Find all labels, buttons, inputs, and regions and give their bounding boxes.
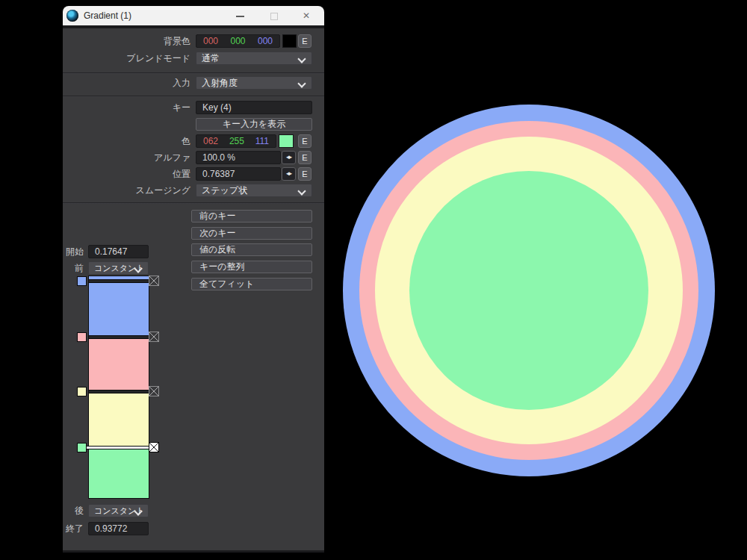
bg-color-r-value[interactable]: 000 bbox=[203, 36, 218, 46]
separator bbox=[63, 72, 324, 74]
gradient-key-delete-icon-key-green[interactable] bbox=[149, 442, 159, 452]
pre-behavior-label: 前 bbox=[63, 261, 84, 275]
desktop-background: Gradient (1) 背景色 000 000 000 E ブレンドモード 通… bbox=[0, 0, 747, 560]
smoothing-label: スムージング bbox=[78, 184, 190, 197]
maximize-button[interactable] bbox=[262, 6, 285, 25]
gradient-key-delete-icon-key-yellow[interactable] bbox=[149, 386, 159, 396]
gradient-block-key-blue bbox=[89, 276, 149, 337]
blend-mode-label: ブレンドモード bbox=[78, 52, 190, 65]
window-bottom-edge bbox=[63, 550, 324, 553]
end-field[interactable]: 0.93772 bbox=[88, 522, 149, 535]
key-color-envelope-button[interactable]: E bbox=[298, 134, 311, 148]
gradient-key-line-key-green-selected[interactable] bbox=[86, 446, 149, 449]
show-key-input-button[interactable]: キー入力を表示 bbox=[196, 118, 312, 131]
maximize-icon bbox=[270, 13, 278, 20]
input-value: 入射角度 bbox=[202, 78, 238, 88]
blend-mode-value: 通常 bbox=[202, 53, 220, 63]
alpha-field[interactable]: 100.0 % bbox=[196, 151, 281, 164]
chevron-down-icon bbox=[297, 187, 306, 195]
alpha-label: アルファ bbox=[78, 151, 190, 164]
color-label: 色 bbox=[78, 134, 190, 148]
gradient-key-line-key-blue[interactable] bbox=[89, 279, 149, 283]
previous-key-button[interactable]: 前のキー bbox=[191, 210, 312, 223]
app-icon bbox=[66, 10, 78, 22]
gradient-strip[interactable] bbox=[88, 276, 149, 499]
input-dropdown[interactable]: 入射角度 bbox=[196, 76, 312, 90]
invert-values-button[interactable]: 値の反転 bbox=[191, 243, 312, 256]
key-label: キー bbox=[78, 101, 190, 114]
position-field[interactable]: 0.76387 bbox=[196, 167, 281, 181]
gradient-key-swatch-key-blue[interactable] bbox=[77, 276, 87, 286]
blend-mode-dropdown[interactable]: 通常 bbox=[196, 52, 312, 65]
key-color-rgb-field[interactable]: 062 255 111 bbox=[196, 134, 276, 148]
post-behavior-label: 後 bbox=[63, 504, 84, 517]
post-behavior-dropdown[interactable]: コンスタント bbox=[88, 504, 149, 517]
start-field[interactable]: 0.17647 bbox=[88, 245, 149, 258]
key-color-swatch[interactable] bbox=[279, 134, 294, 148]
gradient-key-line-key-yellow[interactable] bbox=[89, 390, 149, 393]
gradient-block-key-pink bbox=[89, 337, 149, 391]
bg-color-label: 背景色 bbox=[78, 34, 190, 48]
bg-color-b-value[interactable]: 000 bbox=[258, 36, 273, 46]
gradient-key-swatch-key-green[interactable] bbox=[77, 443, 87, 452]
bg-color-g-value[interactable]: 000 bbox=[230, 36, 245, 46]
gradient-key-swatch-key-yellow[interactable] bbox=[77, 387, 87, 396]
minimize-button[interactable] bbox=[229, 6, 251, 25]
key-name-field[interactable]: Key (4) bbox=[196, 101, 312, 114]
gradient-key-delete-icon-key-pink[interactable] bbox=[149, 332, 159, 342]
close-button[interactable] bbox=[296, 6, 318, 25]
bg-color-swatch[interactable] bbox=[282, 34, 297, 48]
position-stepper[interactable] bbox=[282, 167, 296, 181]
minimize-icon bbox=[236, 16, 244, 17]
position-label: 位置 bbox=[78, 167, 190, 181]
alpha-envelope-button[interactable]: E bbox=[298, 151, 311, 164]
smoothing-dropdown[interactable]: ステップ状 bbox=[196, 184, 312, 197]
key-color-r-value[interactable]: 062 bbox=[203, 136, 218, 146]
gradient-block-key-yellow bbox=[89, 391, 149, 447]
gradient-window: Gradient (1) 背景色 000 000 000 E ブレンドモード 通… bbox=[63, 6, 324, 553]
bg-color-envelope-button[interactable]: E bbox=[298, 34, 311, 48]
next-key-button[interactable]: 次のキー bbox=[191, 227, 312, 240]
separator bbox=[63, 202, 324, 204]
smoothing-value: ステップ状 bbox=[202, 185, 247, 196]
gradient-key-line-key-pink[interactable] bbox=[89, 335, 149, 339]
gradient-key-swatch-key-pink[interactable] bbox=[77, 332, 87, 342]
position-envelope-button[interactable]: E bbox=[298, 167, 311, 181]
end-label: 終了 bbox=[63, 522, 84, 535]
alpha-stepper[interactable] bbox=[282, 151, 296, 164]
key-color-g-value[interactable]: 255 bbox=[229, 136, 244, 146]
align-keys-button[interactable]: キーの整列 bbox=[191, 261, 312, 273]
chevron-down-icon bbox=[297, 79, 306, 87]
gradient-block-key-green bbox=[89, 447, 149, 498]
bg-color-rgb-field[interactable]: 000 000 000 bbox=[196, 34, 280, 48]
pre-behavior-dropdown[interactable]: コンスタント bbox=[88, 261, 149, 275]
gradient-key-delete-icon-key-blue[interactable] bbox=[149, 276, 159, 286]
window-title-bar[interactable]: Gradient (1) bbox=[63, 6, 324, 25]
separator bbox=[63, 96, 324, 97]
chevron-down-icon bbox=[297, 55, 306, 63]
preview-center-disc bbox=[409, 171, 648, 410]
window-title: Gradient (1) bbox=[84, 6, 131, 25]
start-label: 開始 bbox=[63, 245, 84, 258]
key-color-b-value[interactable]: 111 bbox=[255, 136, 269, 146]
input-label: 入力 bbox=[78, 76, 190, 90]
fit-all-button[interactable]: 全てフィット bbox=[191, 278, 312, 290]
